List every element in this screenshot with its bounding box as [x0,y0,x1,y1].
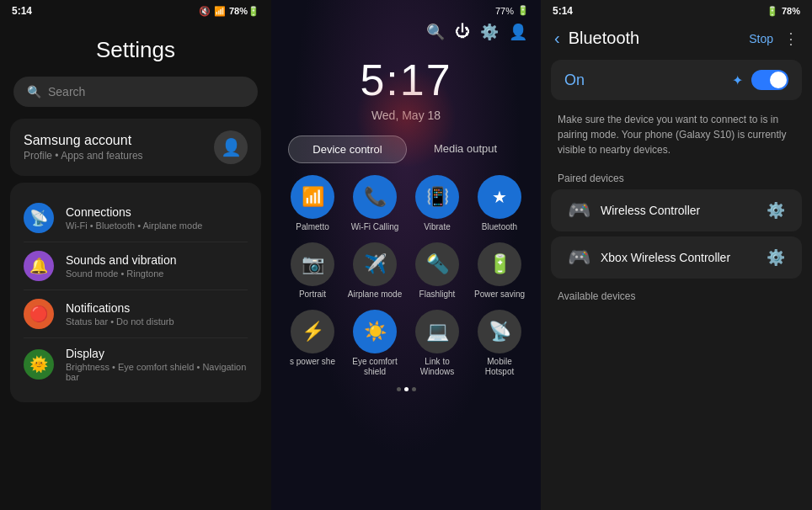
bt-status-bar: 5:14 🔋 78% [541,0,812,20]
portrait-tile[interactable]: 📷 Portrait [285,242,340,300]
xbox-controller-left: 🎮 Xbox Wireless Controller [568,247,730,268]
page-dots [271,387,541,391]
xbox-controller-name: Xbox Wireless Controller [601,251,730,264]
quick-battery-icon: 🔋 [517,5,529,16]
palmetto-tile[interactable]: 📶 Palmetto [285,175,340,232]
mobile-hotspot-icon: 📡 [478,310,521,353]
sounds-icon: 🔔 [24,251,54,281]
quick-grid-row1: 📶 Palmetto 📞 Wi-Fi Calling 📳 Vibrate ★ B… [271,170,541,237]
bt-header: ‹ Bluetooth Stop ⋮ [541,20,812,56]
bt-back-icon[interactable]: ‹ [554,29,560,48]
airplane-label: Airplane mode [348,290,402,300]
xbox-controller-item[interactable]: 🎮 Xbox Wireless Controller ⚙️ [551,236,802,279]
wifi-calling-icon: 📞 [353,175,397,219]
link-windows-icon: 💻 [415,310,459,353]
settings-status-icons: 🔇 📶 78%🔋 [199,6,259,17]
search-placeholder: Search [48,85,85,98]
display-subtitle: Brightness • Eye comfort shield • Naviga… [66,362,248,382]
display-item[interactable]: 🌞 Display Brightness • Eye comfort shiel… [24,337,248,390]
bt-on-row: On ✦ [551,60,802,100]
power-saving-tile[interactable]: 🔋 Power saving [472,242,527,300]
bt-more-icon[interactable]: ⋮ [783,29,799,48]
paired-devices-label: Paired devices [541,166,812,188]
bt-on-right: ✦ [732,70,788,90]
palmetto-icon: 📶 [291,175,334,219]
battery-power-tile[interactable]: ⚡ s power she [285,310,340,377]
samsung-account-title: Samsung account [24,133,143,148]
wifi-calling-label: Wi-Fi Calling [351,222,399,232]
bt-spinner-icon: ✦ [732,72,743,88]
palmetto-label: Palmetto [296,222,329,232]
available-devices-label: Available devices [541,280,812,305]
power-saving-icon: 🔋 [478,242,521,286]
wireless-controller-settings-icon[interactable]: ⚙️ [767,201,785,220]
bt-time: 5:14 [553,5,573,17]
bt-header-right: Stop ⋮ [749,29,799,48]
link-windows-label: Link to Windows [409,357,465,377]
mobile-hotspot-label: Mobile Hotspot [472,357,527,377]
quick-battery: 77% [495,6,514,16]
wireless-controller-left: 🎮 Wireless Controller [568,199,700,221]
signal-icon: 📶 [214,6,226,17]
bt-title: Bluetooth [569,29,640,48]
bt-battery: 78% [782,6,800,16]
settings-panel: 5:14 🔇 📶 78%🔋 Settings 🔍 Search Samsung … [0,0,271,510]
settings-search-bar[interactable]: 🔍 Search [13,77,258,107]
vibrate-icon: 📳 [415,175,459,219]
vibrate-label: Vibrate [424,222,451,232]
sounds-subtitle: Sound mode • Ringtone [66,268,177,279]
quick-grid-row2: 📷 Portrait ✈️ Airplane mode 🔦 Flashlight… [271,237,541,305]
battery-power-icon: ⚡ [291,310,334,353]
settings-title: Settings [0,20,271,72]
vibrate-tile[interactable]: 📳 Vibrate [409,175,465,232]
samsung-account-card[interactable]: Samsung account Profile • Apps and featu… [10,119,261,176]
wireless-controller-item[interactable]: 🎮 Wireless Controller ⚙️ [551,189,802,231]
flashlight-icon: 🔦 [415,242,459,286]
bt-on-label: On [564,72,585,89]
bluetooth-tile[interactable]: ★ Bluetooth [472,175,527,232]
link-windows-tile[interactable]: 💻 Link to Windows [409,310,465,377]
xbox-controller-settings-icon[interactable]: ⚙️ [767,248,785,267]
flashlight-label: Flashlight [419,290,456,300]
search-icon: 🔍 [27,85,41,98]
airplane-tile[interactable]: ✈️ Airplane mode [347,242,403,300]
quick-gear-icon[interactable]: ⚙️ [480,23,499,41]
bt-toggle[interactable] [751,70,788,90]
bt-signal-icon: 🔋 [767,6,778,17]
quick-power-icon[interactable]: ⏻ [455,23,470,41]
quick-controls-panel: 77% 🔋 🔍 ⏻ ⚙️ 👤 5:17 Wed, May 18 Device c… [271,0,541,510]
battery-text: 78%🔋 [229,6,259,17]
wireless-controller-icon: 🎮 [568,199,590,221]
settings-items-card: 📡 Connections Wi-Fi • Bluetooth • Airpla… [10,183,261,402]
xbox-controller-icon: 🎮 [568,247,590,268]
quick-time: 5:17 [271,55,541,105]
notifications-item[interactable]: 🔴 Notifications Status bar • Do not dist… [24,290,248,337]
bt-description: Make sure the device you want to connect… [541,104,812,166]
quick-people-icon[interactable]: 👤 [509,23,527,41]
wireless-controller-name: Wireless Controller [601,204,700,217]
flashlight-tile[interactable]: 🔦 Flashlight [409,242,465,300]
eye-comfort-tile[interactable]: ☀️ Eye comfort shield [347,310,403,377]
bt-stop-button[interactable]: Stop [749,32,773,45]
sounds-label: Sounds and vibration [66,253,177,267]
quick-search-icon[interactable]: 🔍 [426,23,445,41]
notifications-subtitle: Status bar • Do not disturb [66,316,174,327]
media-output-tab[interactable]: Media output [407,135,524,163]
notifications-icon: 🔴 [24,299,54,329]
connections-icon: 📡 [24,203,54,233]
quick-date: Wed, May 18 [271,109,541,122]
portrait-label: Portrait [299,290,326,300]
connections-item[interactable]: 📡 Connections Wi-Fi • Bluetooth • Airpla… [24,194,248,242]
settings-status-bar: 5:14 🔇 📶 78%🔋 [0,0,271,20]
device-control-tab[interactable]: Device control [288,135,407,163]
portrait-icon: 📷 [291,242,334,286]
quick-grid-row3: ⚡ s power she ☀️ Eye comfort shield 💻 Li… [271,305,541,382]
mobile-hotspot-tile[interactable]: 📡 Mobile Hotspot [472,310,527,377]
notifications-label: Notifications [66,301,174,315]
avatar: 👤 [214,130,248,164]
sounds-item[interactable]: 🔔 Sounds and vibration Sound mode • Ring… [24,242,248,290]
mute-icon: 🔇 [199,6,211,17]
wifi-calling-tile[interactable]: 📞 Wi-Fi Calling [347,175,403,232]
battery-power-label: s power she [290,357,335,367]
bluetooth-panel: 5:14 🔋 78% ‹ Bluetooth Stop ⋮ On ✦ Make … [541,0,812,510]
